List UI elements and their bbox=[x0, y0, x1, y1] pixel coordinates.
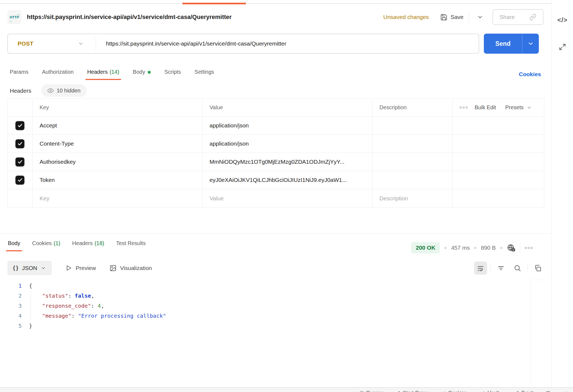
header-key-cell[interactable]: Key bbox=[32, 189, 202, 207]
presets-dropdown[interactable]: Presets bbox=[505, 104, 532, 111]
row-checkbox[interactable] bbox=[15, 121, 24, 130]
tab-label: Authorization bbox=[42, 69, 74, 75]
chevron-down-icon bbox=[527, 40, 534, 47]
response-tab-headers[interactable]: Headers(18) bbox=[72, 240, 104, 251]
status-badge[interactable]: 200 OK bbox=[411, 242, 440, 253]
header-value-cell[interactable]: application/json bbox=[202, 117, 372, 134]
token-punct: : bbox=[72, 313, 78, 319]
tab-body[interactable]: Body bbox=[133, 69, 151, 80]
response-size: 890 B bbox=[481, 245, 496, 251]
response-format-dropdown[interactable]: { } JSON bbox=[7, 261, 52, 275]
code-text: "status": false, bbox=[29, 291, 94, 301]
copy-button[interactable] bbox=[531, 262, 544, 275]
scrollbar-track[interactable] bbox=[531, 280, 531, 383]
checkbox-column-header bbox=[8, 99, 32, 116]
row-checkbox[interactable] bbox=[15, 176, 24, 185]
table-body: Acceptapplication/jsonContent-Typeapplic… bbox=[8, 117, 544, 207]
header-description-cell[interactable] bbox=[372, 117, 452, 134]
request-tabs: ParamsAuthorizationHeaders(14)BodyScript… bbox=[10, 69, 214, 80]
header-key-cell[interactable]: Token bbox=[32, 171, 202, 189]
line-number: 3 bbox=[7, 301, 22, 311]
request-header: → HTTP ← https://sit.paysprint.in/servic… bbox=[0, 5, 552, 30]
response-body-editor[interactable]: 1{2 "status": false,3 "response_code": 4… bbox=[7, 281, 528, 331]
line-number: 4 bbox=[7, 311, 22, 321]
send-button-label[interactable]: Send bbox=[484, 34, 522, 54]
share-button[interactable]: Share bbox=[492, 9, 543, 25]
send-options-button[interactable] bbox=[522, 34, 539, 54]
wrap-text-button[interactable] bbox=[474, 262, 487, 275]
send-button[interactable]: Send bbox=[484, 34, 539, 54]
panel-grid-button[interactable]: ⊞ bbox=[546, 390, 550, 392]
footer-item-vault[interactable]: ⌂Vault bbox=[482, 390, 499, 392]
footer-item-runner[interactable]: ▢Runner bbox=[359, 390, 383, 392]
save-options-button[interactable] bbox=[475, 12, 485, 23]
header-description-cell[interactable]: Description bbox=[372, 189, 452, 207]
footer-item-cookies[interactable]: ◔Cookies bbox=[443, 390, 467, 392]
unsaved-changes-label: Unsaved changes bbox=[383, 14, 429, 20]
response-tab-test-results[interactable]: Test Results bbox=[116, 240, 146, 251]
tab-params[interactable]: Params bbox=[10, 69, 28, 80]
method-label: POST bbox=[18, 40, 33, 47]
method-select[interactable]: POST bbox=[8, 34, 96, 53]
header-key-cell[interactable]: Accept bbox=[32, 117, 202, 134]
preview-button[interactable]: Preview bbox=[65, 265, 96, 271]
visualization-button[interactable]: Visualization bbox=[110, 265, 152, 272]
runner-icon: ▢ bbox=[359, 390, 364, 392]
header-description-cell[interactable] bbox=[372, 153, 452, 171]
network-security-icon[interactable] bbox=[507, 244, 515, 252]
tab-label: Test Results bbox=[116, 240, 146, 246]
arrow-left-icon: ← bbox=[9, 18, 13, 22]
token-punct: , bbox=[101, 303, 104, 309]
active-tab-indicator bbox=[182, 3, 246, 4]
tab-label: Headers bbox=[87, 69, 108, 75]
cookies-icon: ◔ bbox=[443, 390, 446, 392]
row-checkbox[interactable] bbox=[15, 158, 24, 166]
tab-authorization[interactable]: Authorization bbox=[42, 69, 74, 80]
header-value-cell[interactable]: MmNiODQyMzc1OTg0MjEzMzg0ZDA1ODJmZjYyY... bbox=[202, 153, 372, 171]
help-button[interactable]: ○ bbox=[565, 390, 568, 392]
header-description-cell[interactable] bbox=[372, 171, 452, 189]
http-request-icon: → HTTP ← bbox=[7, 10, 21, 24]
response-view-icons bbox=[474, 262, 544, 275]
checkmark-icon bbox=[17, 123, 23, 128]
header-value-cell[interactable]: application/json bbox=[202, 135, 372, 153]
row-checkbox[interactable] bbox=[15, 139, 24, 148]
header-key-cell[interactable]: Content-Type bbox=[32, 135, 202, 153]
cookies-link[interactable]: Cookies bbox=[519, 71, 541, 78]
response-more-options-icon[interactable] bbox=[525, 247, 533, 249]
filter-button[interactable] bbox=[494, 262, 507, 275]
save-button[interactable]: Save bbox=[440, 14, 463, 21]
filter-icon bbox=[497, 264, 505, 272]
table-row: Content-Typeapplication/json bbox=[8, 135, 544, 153]
code-line: 5} bbox=[7, 321, 528, 331]
expand-panel-button[interactable] bbox=[558, 43, 566, 51]
bulk-edit-button[interactable]: Bulk Edit bbox=[475, 104, 496, 111]
code-line: 1{ bbox=[7, 281, 528, 291]
hidden-headers-badge[interactable]: 10 hidden bbox=[41, 84, 87, 97]
code-line: 4 "message": "Error processing callback" bbox=[7, 311, 528, 321]
url-input[interactable]: https://sit.paysprint.in/service-api/api… bbox=[96, 40, 286, 47]
footer-item-trash[interactable]: ▯Trash bbox=[516, 390, 534, 392]
more-options-icon[interactable] bbox=[460, 107, 468, 108]
header-value-cell[interactable]: eyJ0eXAiOiJKV1QiLCJhbGciOiJIUzI1NiJ9.eyJ… bbox=[202, 171, 372, 189]
link-icon bbox=[529, 14, 536, 21]
response-meta: 200 OK 457 ms 890 B bbox=[411, 242, 533, 253]
tab-settings[interactable]: Settings bbox=[195, 69, 214, 80]
response-tab-cookies[interactable]: Cookies(1) bbox=[32, 240, 60, 251]
table-header-row: Key Value Description Bulk Edit Presets bbox=[8, 99, 544, 117]
divider bbox=[520, 243, 520, 252]
header-value-cell[interactable]: Value bbox=[202, 189, 372, 207]
tab-label: Cookies bbox=[32, 240, 52, 246]
code-snippet-button[interactable]: </> bbox=[557, 16, 568, 24]
header-key-cell[interactable]: Authorisedkey bbox=[32, 153, 202, 171]
save-button-label: Save bbox=[450, 14, 463, 20]
header-description-cell[interactable] bbox=[372, 135, 452, 153]
footer-item-label: Vault bbox=[488, 390, 499, 392]
workspace-tab-strip bbox=[0, 0, 552, 4]
footer-item-start-proxy[interactable]: ↗Start Proxy bbox=[397, 390, 428, 392]
search-button[interactable] bbox=[511, 262, 524, 275]
tab-scripts[interactable]: Scripts bbox=[164, 69, 181, 80]
response-tab-body[interactable]: Body bbox=[8, 240, 20, 251]
tab-headers[interactable]: Headers(14) bbox=[87, 69, 119, 80]
headers-section-title: Headers bbox=[10, 88, 31, 94]
